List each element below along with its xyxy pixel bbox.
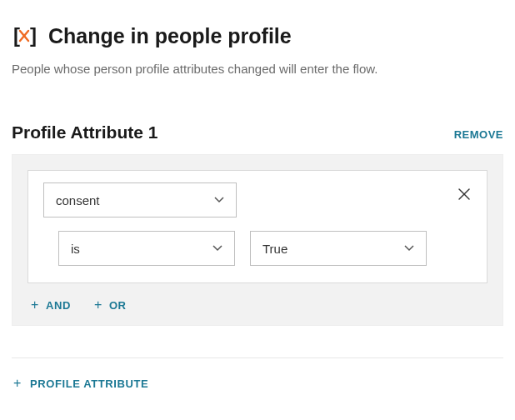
add-profile-attribute-button[interactable]: + PROFILE ATTRIBUTE <box>12 377 503 390</box>
attribute-select-value: consent <box>56 193 100 208</box>
operator-select-value: is <box>71 242 80 256</box>
attribute-select[interactable]: consent <box>43 182 237 218</box>
and-label: AND <box>46 299 71 312</box>
plus-icon: + <box>31 298 39 312</box>
add-and-button[interactable]: + AND <box>31 298 71 312</box>
chevron-down-icon <box>212 245 222 252</box>
profile-change-icon: [ ] <box>12 23 37 48</box>
chevron-down-icon <box>404 245 414 252</box>
value-select[interactable]: True <box>250 231 427 266</box>
operator-select[interactable]: is <box>58 231 235 266</box>
page-description: People whose person profile attributes c… <box>12 62 503 76</box>
close-icon[interactable] <box>458 188 470 202</box>
add-attribute-label: PROFILE ATTRIBUTE <box>30 378 148 390</box>
plus-icon: + <box>94 298 102 312</box>
condition-card: consent is True <box>28 170 488 283</box>
divider <box>12 358 503 358</box>
svg-text:[: [ <box>13 24 20 47</box>
plus-icon: + <box>13 377 22 390</box>
value-select-value: True <box>262 242 288 256</box>
page-title: Change in people profile <box>48 24 292 48</box>
remove-button[interactable]: REMOVE <box>454 128 503 141</box>
chevron-down-icon <box>214 197 224 203</box>
add-or-button[interactable]: + OR <box>94 298 127 312</box>
section-title: Profile Attribute 1 <box>12 122 158 142</box>
attribute-block: consent is True + AND <box>12 154 503 326</box>
or-label: OR <box>109 299 127 312</box>
svg-text:]: ] <box>30 24 37 47</box>
